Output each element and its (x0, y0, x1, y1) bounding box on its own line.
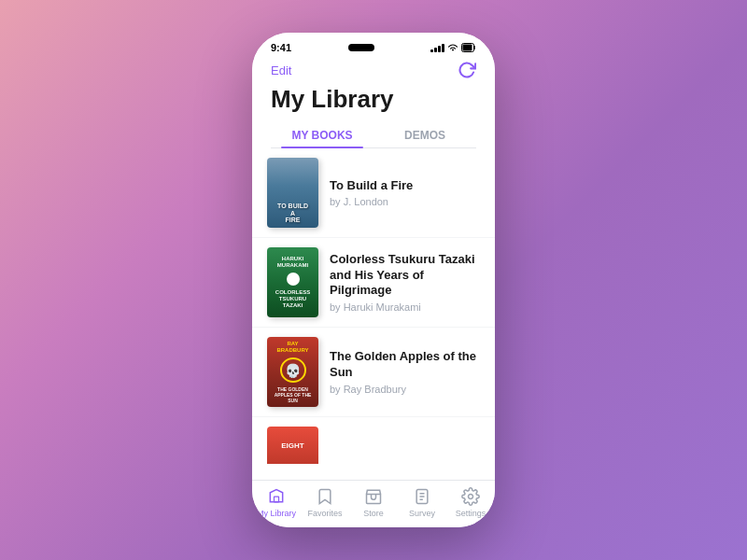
nav-item-settings[interactable]: Settings (446, 486, 495, 518)
svg-point-7 (469, 495, 473, 499)
book-title: Colorless Tsukuru Tazaki and His Years o… (330, 252, 480, 300)
phone-frame: 9:41 Edit (252, 33, 495, 527)
nav-label-favorites: Favorites (307, 509, 342, 518)
list-item[interactable]: RAYBRADBURY 💀 THE GOLDENAPPLES OF THE SU… (252, 328, 495, 417)
book-cover-3: RAYBRADBURY 💀 THE GOLDENAPPLES OF THE SU… (267, 337, 318, 407)
nav-item-store[interactable]: Store (349, 486, 398, 518)
status-bar: 9:41 (252, 33, 495, 57)
book-info-3: The Golden Apples of the Sun by Ray Brad… (330, 349, 480, 395)
tab-my-books[interactable]: MY BOOKS (271, 123, 374, 147)
book-author: by J. London (330, 196, 480, 207)
nav-item-favorites[interactable]: Favorites (301, 486, 349, 518)
svg-rect-2 (275, 497, 279, 502)
status-time: 9:41 (271, 42, 291, 53)
list-item[interactable]: EIGHT (252, 417, 495, 473)
nav-label-store: Store (363, 509, 384, 518)
page-title: My Library (271, 85, 476, 114)
nav-label-library: My Library (257, 509, 296, 518)
list-item[interactable]: HARUKIMURAKAMI COLORLESSTSUKURU TAZAKI C… (252, 238, 495, 328)
list-item[interactable]: TO BUILDAFIRE To Build a Fire by J. Lond… (252, 148, 495, 238)
tabs-container: MY BOOKS DEMOS (271, 123, 476, 148)
book-info-2: Colorless Tsukuru Tazaki and His Years o… (330, 252, 480, 314)
status-notch (348, 44, 374, 51)
book-author: by Haruki Murakami (330, 301, 480, 313)
tab-demos[interactable]: DEMOS (374, 123, 476, 147)
bottom-nav: My Library Favorites Store (252, 480, 495, 527)
nav-label-settings: Settings (456, 509, 486, 518)
nav-item-library[interactable]: My Library (252, 486, 301, 518)
book-cover-1: TO BUILDAFIRE (267, 158, 318, 228)
book-author: by Ray Bradbury (330, 384, 480, 395)
refresh-icon[interactable] (458, 61, 476, 79)
book-info-1: To Build a Fire by J. London (330, 178, 480, 208)
book-title: The Golden Apples of the Sun (330, 349, 480, 381)
book-list: TO BUILDAFIRE To Build a Fire by J. Lond… (252, 148, 495, 480)
book-title: To Build a Fire (330, 178, 480, 194)
battery-icon (461, 43, 476, 52)
app-header: Edit My Library MY BOOKS DEMOS (252, 57, 495, 148)
status-icons (430, 43, 476, 52)
book-cover-2: HARUKIMURAKAMI COLORLESSTSUKURU TAZAKI (267, 247, 318, 317)
signal-icon (430, 43, 444, 52)
svg-rect-1 (463, 45, 472, 51)
wifi-icon (447, 43, 458, 52)
edit-button[interactable]: Edit (271, 63, 291, 77)
nav-label-survey: Survey (409, 509, 435, 518)
book-cover-4: EIGHT (267, 427, 318, 464)
nav-item-survey[interactable]: Survey (398, 486, 446, 518)
